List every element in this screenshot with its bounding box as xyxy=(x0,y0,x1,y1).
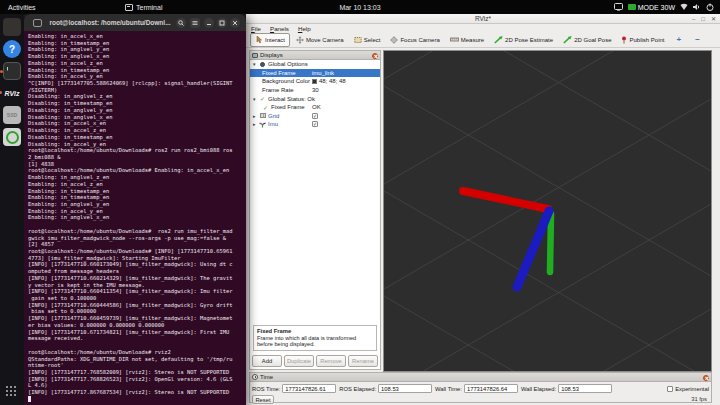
dock-item-disk[interactable]: SSD xyxy=(3,106,21,124)
terminal-line: Disabling: in_anglvel_y_en xyxy=(28,107,246,114)
dock-item-app[interactable] xyxy=(3,18,21,36)
displays-panel-header[interactable]: Displays xyxy=(250,51,380,60)
time-panel-header[interactable]: Time xyxy=(250,373,711,382)
reset-button[interactable]: Reset xyxy=(252,395,274,404)
wall-elapsed-input[interactable]: 108.53 xyxy=(558,384,612,393)
imu-axes-icon xyxy=(259,121,266,128)
tree-row-frame-rate[interactable]: Frame Rate 30 xyxy=(250,86,380,95)
imu-enabled-checkbox[interactable]: ✓ xyxy=(312,121,318,127)
remove-tool-button[interactable]: − xyxy=(689,35,706,44)
terminal-line: Disabling: in_anglvel_x_en xyxy=(28,114,246,121)
displays-panel-title: Displays xyxy=(260,52,283,58)
x-axis-red xyxy=(463,191,548,209)
terminal-line: message received. xyxy=(28,335,246,342)
tool-select[interactable]: Select xyxy=(350,34,385,46)
terminal-line: Enabling: in_accel_y_en xyxy=(28,208,246,215)
3d-viewport[interactable] xyxy=(383,50,712,372)
tree-row-imu[interactable]: ▸ Imu ✓ xyxy=(250,120,380,129)
add-tool-button[interactable]: + xyxy=(671,35,688,44)
tree-row-grid[interactable]: ▸ Grid ✓ xyxy=(250,112,380,121)
frame-rate-value[interactable]: 30 xyxy=(312,87,319,93)
minimize-button[interactable] xyxy=(204,18,214,28)
tool-2d-pose-estimate[interactable]: 2D Pose Estimate xyxy=(490,34,557,46)
tool-2d-goal-pose[interactable]: 2D Goal Pose xyxy=(559,34,615,46)
search-button[interactable] xyxy=(176,18,186,28)
power-mode-icon xyxy=(628,4,636,10)
maximize-button[interactable] xyxy=(217,18,227,28)
interact-icon xyxy=(255,36,263,44)
duplicate-button[interactable]: Duplicate xyxy=(284,355,314,367)
tool-focus-camera[interactable]: Focus Camera xyxy=(386,34,443,46)
displays-tree: ▾ Global Options Fixed Frame imu_link Ba… xyxy=(250,60,380,129)
close-panel-icon[interactable] xyxy=(372,53,378,59)
dock-item-terminal[interactable] xyxy=(3,62,21,80)
experimental-checkbox[interactable] xyxy=(667,386,673,392)
tree-row-fixed-frame[interactable]: Fixed Frame imu_link xyxy=(250,69,380,78)
wall-time-input[interactable]: 1773147826.64 xyxy=(464,384,518,393)
grid-enabled-checkbox[interactable]: ✓ xyxy=(312,113,318,119)
focus-camera-icon xyxy=(390,36,398,44)
color-swatch xyxy=(312,79,317,84)
tree-row-background-color[interactable]: Background Color 48; 48; 48 xyxy=(250,77,380,86)
tree-row-global-options[interactable]: ▾ Global Options xyxy=(250,60,380,69)
rviz-titlebar[interactable]: RViz* – □ ✕ xyxy=(246,14,720,24)
terminal-line: root@localhost:/home/ubuntu/Downloads# r… xyxy=(28,147,246,154)
property-description: Fixed Frame Frame into which all data is… xyxy=(253,325,377,351)
menu-file[interactable]: File xyxy=(251,25,261,32)
rename-button[interactable]: Rename xyxy=(348,355,378,367)
power-mode-indicator: MODE 30W xyxy=(628,4,675,11)
terminal-line: Enabling: in_anglvel_x_en xyxy=(28,53,246,60)
menu-button[interactable] xyxy=(190,18,200,28)
terminal-line: Enabling: in_anglvel_x_en xyxy=(28,214,246,221)
show-applications-button[interactable] xyxy=(3,383,21,401)
terminal-line: Enabling: in_accel_y_en xyxy=(28,73,246,80)
close-button[interactable]: ✕ xyxy=(711,14,716,24)
system-tray[interactable]: MODE 30W xyxy=(614,3,714,11)
ros-elapsed-input[interactable]: 108.53 xyxy=(378,384,432,393)
tool-publish-point[interactable]: Publish Point xyxy=(617,34,668,46)
remove-button[interactable]: Remove xyxy=(316,355,346,367)
help-icon: ? xyxy=(9,44,15,55)
terminal-line: [INFO] [1773147717.768582009] [rviz2]: S… xyxy=(28,369,246,376)
globe-icon xyxy=(259,62,266,68)
dock-item-help[interactable]: ? xyxy=(3,40,21,58)
rviz-menubar: File Panels Help xyxy=(246,24,720,32)
dock-item-rviz[interactable]: RViz xyxy=(3,84,21,102)
terminal-line: root@localhost:/home/ubuntu/Downloads# [… xyxy=(28,248,246,255)
display-icon xyxy=(614,3,623,11)
minimize-button[interactable]: – xyxy=(692,14,695,24)
dock-item-updater[interactable] xyxy=(3,128,21,146)
terminal-line: [INFO] [1773147710.671734821] [imu_filte… xyxy=(28,329,246,336)
tree-row-global-status[interactable]: ▾ ✓ Global Status: Ok xyxy=(250,94,380,103)
terminal-headerbar[interactable]: root@localhost: /home/ubuntu/Downl... xyxy=(24,14,246,31)
fixed-frame-value[interactable]: imu_link xyxy=(312,70,334,76)
terminal-line: [INFO] [1773147710.660459739] [imu_filte… xyxy=(28,315,246,322)
terminal-cursor xyxy=(28,396,31,402)
pose-estimate-icon xyxy=(494,36,503,44)
clock[interactable]: Mar 10 13:03 xyxy=(0,4,720,11)
menu-panels[interactable]: Panels xyxy=(270,25,289,32)
top-bar: Activities Terminal Mar 10 13:03 MODE 30… xyxy=(0,0,720,14)
tool-interact[interactable]: Interact xyxy=(250,33,290,47)
tool-measure[interactable]: Measure xyxy=(446,34,488,45)
network-icon xyxy=(680,3,688,11)
terminal-line: er bias values: 0.000000 0.000000 0.0000… xyxy=(28,322,246,329)
background-color-value[interactable]: 48; 48; 48 xyxy=(312,78,346,84)
maximize-button[interactable]: □ xyxy=(701,14,705,24)
tool-move-camera[interactable]: Move Camera xyxy=(292,34,348,46)
menu-help[interactable]: Help xyxy=(298,25,311,32)
terminal-line: Enabling: in_anglvel_z_en xyxy=(28,174,246,181)
close-button[interactable] xyxy=(230,18,240,28)
terminal-line: omputed from message headers xyxy=(28,268,246,275)
terminal-line: Enabling: in_anglvel_y_en xyxy=(28,201,246,208)
tree-row-fixed-frame-status[interactable]: ✓ Fixed Frame OK xyxy=(250,103,380,112)
displays-buttons: Add Duplicate Remove Rename xyxy=(252,355,378,367)
add-button[interactable]: Add xyxy=(252,355,282,367)
fps-counter: 31 fps xyxy=(691,396,707,402)
ros-time-input[interactable]: 1773147826.61 xyxy=(282,384,336,393)
terminal-line: root@localhost:/home/ubuntu/Downloads# r… xyxy=(28,228,246,235)
terminal-output[interactable]: Enabling: in_accel_x_enEnabling: in_time… xyxy=(24,31,246,405)
rviz-window-title: RViz* xyxy=(475,15,491,22)
time-fields: ROS Time: 1773147826.61 ROS Elapsed: 108… xyxy=(252,383,709,394)
close-panel-icon[interactable] xyxy=(703,375,709,381)
